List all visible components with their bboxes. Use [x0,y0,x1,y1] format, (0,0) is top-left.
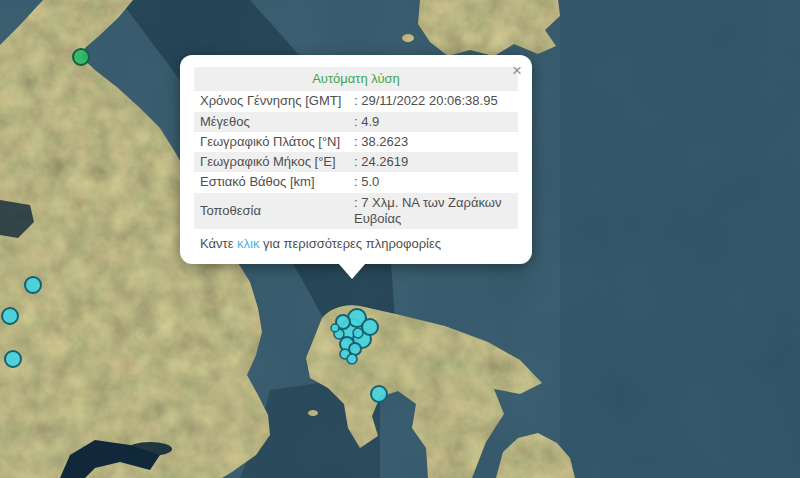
event-marker-cyan[interactable] [349,343,361,355]
row-label-longitude: Γεωγραφικό Μήκος [°E] [194,152,348,172]
open-sea-shading [560,0,800,478]
row-value-magnitude: : 4.9 [348,112,518,132]
row-value-origin-time: : 29/11/2022 20:06:38.95 [348,91,518,111]
row-label-origin-time: Χρόνος Γέννησης [GMT] [194,91,348,111]
row-label-magnitude: Μέγεθος [194,112,348,132]
row-label-depth: Εστιακό Βάθος [km] [194,172,348,192]
event-marker-green[interactable] [73,49,89,65]
event-marker-cyan[interactable] [347,354,357,364]
row-label-latitude: Γεωγραφικό Πλάτος [°N] [194,132,348,152]
click-link[interactable]: κλικ [237,236,259,251]
event-marker-cyan[interactable] [353,328,363,338]
map-app: × Αυτόματη λύση Χρόνος Γέννησης [GMT] : … [0,0,800,478]
close-icon[interactable]: × [512,60,522,81]
earthquake-popup: × Αυτόματη λύση Χρόνος Γέννησης [GMT] : … [180,55,532,264]
row-value-latitude: : 38.2623 [348,132,518,152]
row-label-location: Τοποθεσία [194,193,348,230]
footer-text-prefix: Κάντε [200,236,237,251]
row-value-location: : 7 Χλμ. ΝΑ των Ζαράκων Ευβοίας [348,193,518,230]
event-marker-cyan[interactable] [2,308,18,324]
earthquake-info-table: Αυτόματη λύση Χρόνος Γέννησης [GMT] : 29… [194,67,518,229]
footer-text-suffix: για περισσότερες πληροφορίες [259,236,441,251]
event-marker-cyan[interactable] [331,324,339,332]
event-marker-cyan[interactable] [5,351,21,367]
popup-tail [338,263,366,279]
row-value-longitude: : 24.2619 [348,152,518,172]
popup-footer: Κάντε κλικ για περισσότερες πληροφορίες [194,229,518,256]
event-marker-cyan[interactable] [25,277,41,293]
popup-title: Αυτόματη λύση [194,67,518,91]
row-value-depth: : 5.0 [348,172,518,192]
event-marker-cyan[interactable] [362,319,378,335]
event-marker-cyan[interactable] [371,386,387,402]
